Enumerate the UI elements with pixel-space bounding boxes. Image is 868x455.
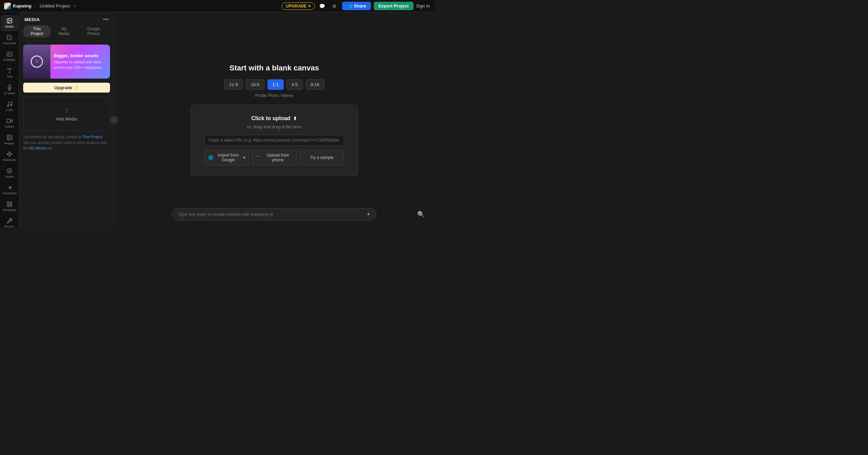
sidebar-item-transitions[interactable]: Transitions <box>1 182 18 198</box>
tab-this-project[interactable]: This Project <box>23 25 51 37</box>
media-panel-title: MEDIA <box>25 17 40 22</box>
settings-icon-btn[interactable]: ⚙ <box>330 1 339 11</box>
svg-point-14 <box>8 136 9 137</box>
media-help-text: Get started by uploading content to This… <box>23 134 110 151</box>
sidebar-item-images[interactable]: Images <box>1 132 18 148</box>
tab-google-photos[interactable]: Google Photos <box>77 25 110 37</box>
logo-icon <box>4 3 11 10</box>
media-tabs: This Project My Media Google Photos <box>19 25 114 40</box>
breadcrumb-sep: › <box>35 3 36 9</box>
sidebar-item-transcript[interactable]: Transcript <box>1 32 18 48</box>
svg-marker-20 <box>7 168 12 171</box>
signin-label: Sign In <box>416 3 430 9</box>
ratio-btn-9-16[interactable]: 9:16 <box>306 79 324 90</box>
svg-rect-12 <box>6 119 10 123</box>
ratio-group-9-16: 9:16 <box>306 79 324 90</box>
upgrade-btn[interactable]: Upgrade ✨ <box>23 83 110 93</box>
signin-button[interactable]: Sign In <box>416 3 430 9</box>
ratio-btn-1-1[interactable]: 1:1 <box>267 79 284 90</box>
blank-canvas-title: Start with a blank canvas <box>230 64 319 72</box>
sidebar-item-ai-voice-label: AI Voice <box>4 92 15 95</box>
aspect-ratio-row: 21:9 16:9 1:1 <box>224 79 324 90</box>
sidebar-item-audio[interactable]: Audio <box>1 98 18 114</box>
import-google-chevron-icon: ▾ <box>243 155 245 160</box>
media-panel: MEDIA ••• This Project My Media Google P… <box>19 12 114 227</box>
upgrade-banner-content: Bigger, bolder assets Upgrade to upload … <box>50 45 110 79</box>
ratio-group-1-1: 1:1 <box>267 79 284 90</box>
share-icon-btn[interactable]: 💬 <box>317 1 327 11</box>
ratio-btn-16-9[interactable]: 16:9 <box>246 79 264 90</box>
share-people-icon: 👥 <box>347 3 352 9</box>
sidebar-item-ai-voice[interactable]: AI Voice <box>1 82 18 98</box>
sidebar-item-videos-label: Videos <box>5 125 14 128</box>
upload-box-sub: or, drag and drop a file here <box>247 124 301 129</box>
add-media-box[interactable]: ↑ Add Media <box>23 97 110 131</box>
panel-collapse-arrow[interactable]: ‹ <box>110 116 118 124</box>
sidebar-item-audio-label: Audio <box>5 108 13 112</box>
sidebar-item-templates[interactable]: Templates <box>1 198 18 214</box>
sidebar-item-plugins-label: Plugins <box>4 225 15 227</box>
sidebar-item-transcript-label: Transcript <box>3 42 16 45</box>
svg-point-18 <box>7 154 8 155</box>
sidebar-item-subtitles-label: Subtitles <box>3 58 15 62</box>
sidebar-item-layers-label: Layers <box>5 175 14 178</box>
share-button[interactable]: 👥 Share <box>342 2 371 10</box>
tab-my-media[interactable]: My Media <box>52 25 76 37</box>
sidebar-item-elements[interactable]: Elements <box>1 148 18 164</box>
selected-ratio-label: Profile Photo / Meme <box>255 93 293 98</box>
google-icon: 🌐 <box>208 155 213 160</box>
url-input[interactable] <box>204 135 344 146</box>
svg-point-1 <box>8 19 9 20</box>
blank-canvas-section: Start with a blank canvas 21:9 16:9 <box>190 64 358 176</box>
phone-icon: 📱 <box>255 155 261 160</box>
export-label: Export Project <box>378 3 409 9</box>
svg-point-9 <box>7 105 9 107</box>
svg-rect-24 <box>7 205 9 207</box>
app-logo: Kapwing <box>4 3 31 10</box>
search-button[interactable]: 🔍 <box>415 208 427 221</box>
upgrade-banner: ↑ Bigger, bolder assets Upgrade to uploa… <box>23 45 110 79</box>
main-layout: Media Transcript Subtitles Text AI Voice… <box>0 12 434 227</box>
export-button[interactable]: Export Project <box>374 2 414 10</box>
sidebar-item-videos[interactable]: Videos <box>1 115 18 131</box>
sidebar: Media Transcript Subtitles Text AI Voice… <box>0 12 19 227</box>
svg-point-16 <box>9 152 10 153</box>
sidebar-item-images-label: Images <box>4 142 15 145</box>
svg-point-19 <box>11 154 12 155</box>
ratio-btn-21-9[interactable]: 21:9 <box>224 79 243 90</box>
upgrade-banner-desc: Upgrade to upload and store assets over … <box>54 60 107 70</box>
sidebar-item-layers[interactable]: Layers <box>1 165 18 181</box>
project-name[interactable]: Untitled Project <box>40 3 70 9</box>
upgrade-button[interactable]: UPGRADE ▾ <box>282 2 315 10</box>
ai-input[interactable] <box>178 212 363 217</box>
sidebar-item-text-label: Text <box>6 75 12 78</box>
ratio-group-16-9: 16:9 <box>246 79 264 90</box>
svg-rect-21 <box>7 202 9 204</box>
sidebar-item-subtitles[interactable]: Subtitles <box>1 48 18 64</box>
upgrade-label: UPGRADE <box>286 4 307 9</box>
try-sample-button[interactable]: Try a sample <box>299 150 344 165</box>
upload-arrow-icon: ↑ <box>31 55 43 68</box>
svg-point-17 <box>9 156 10 157</box>
ai-sparkle-icon: ✦ <box>366 211 371 217</box>
upload-box[interactable]: Click to upload ⬆ or, drag and drop a fi… <box>190 105 358 176</box>
svg-point-15 <box>9 153 11 155</box>
sidebar-item-templates-label: Templates <box>2 208 16 212</box>
upload-phone-button[interactable]: 📱 Upload from phone <box>252 150 296 165</box>
upgrade-arrow-icon: ▾ <box>308 4 310 9</box>
sidebar-item-media-label: Media <box>5 25 14 28</box>
sidebar-item-text[interactable]: Text <box>1 65 18 81</box>
search-icon: 🔍 <box>417 211 425 218</box>
svg-rect-23 <box>10 205 12 207</box>
upload-icon: ⬆ <box>293 116 297 121</box>
upgrade-banner-image: ↑ <box>23 45 50 79</box>
sidebar-item-plugins[interactable]: Plugins <box>1 215 18 227</box>
share-label: Share <box>354 3 366 9</box>
svg-marker-11 <box>11 119 12 122</box>
ratio-btn-4-5[interactable]: 4:5 <box>286 79 303 90</box>
media-panel-menu-icon[interactable]: ••• <box>103 16 109 22</box>
sidebar-item-media[interactable]: Media <box>1 15 18 31</box>
import-google-button[interactable]: 🌐 Import from Google ▾ <box>204 150 249 165</box>
sidebar-item-elements-label: Elements <box>3 158 16 162</box>
canvas-area: Start with a blank canvas 21:9 16:9 <box>114 12 434 227</box>
